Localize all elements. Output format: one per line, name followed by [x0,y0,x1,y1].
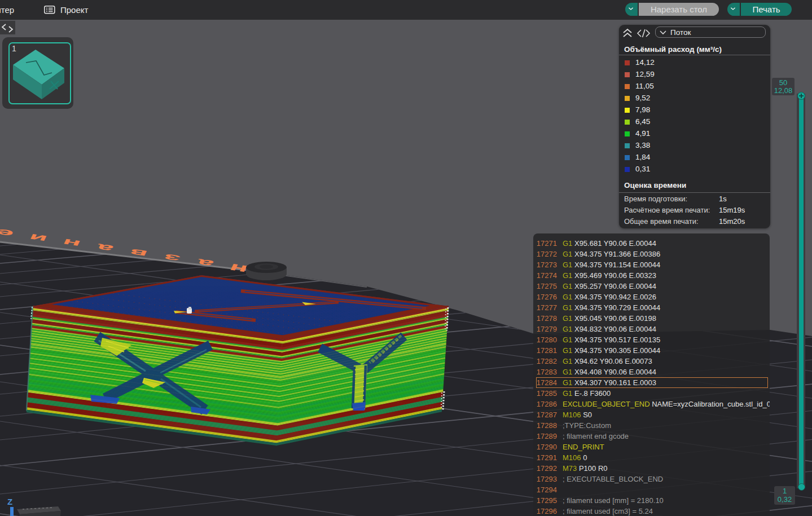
svg-text:Z: Z [7,497,12,506]
